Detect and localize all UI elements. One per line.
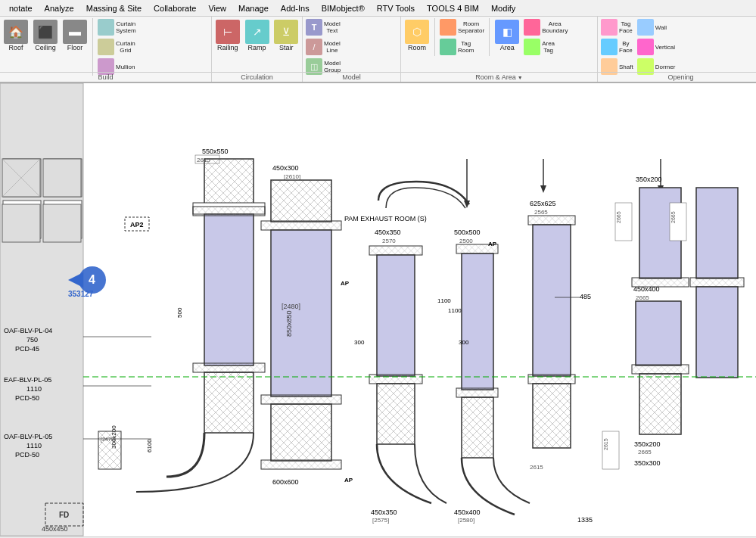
curtain-system-icon [98,19,114,36]
svg-text:500: 500 [176,307,183,318]
svg-text:300: 300 [459,339,469,346]
svg-text:[2580]: [2580] [458,517,474,524]
model-line-button[interactable]: / ModelLine [304,38,342,56]
svg-rect-83 [639,374,681,434]
menu-massing[interactable]: Massing & Site [80,2,148,14]
svg-rect-71 [528,375,575,384]
menu-collaborate[interactable]: Collaborate [148,2,202,14]
room-icon: ⬡ [405,20,429,44]
stair-icon: ⊻ [274,20,298,44]
area-boundary-button[interactable]: AreaBoundary [522,18,569,36]
wall-label: Wall [655,24,667,31]
svg-text:1110: 1110 [26,442,42,449]
svg-rect-34 [204,372,254,433]
svg-text:750: 750 [26,336,38,344]
room-button[interactable]: ⬡ Room [403,18,431,56]
svg-text:450x300: 450x300 [272,164,299,172]
svg-rect-42 [271,230,331,397]
svg-text:2665: 2665 [636,294,649,301]
ramp-icon: ↗ [245,20,269,44]
svg-text:1335: 1335 [577,516,593,524]
circulation-section: ⊢ Railing ↗ Ramp ⊻ Stair Circulation [212,17,303,82]
svg-text:AP: AP [341,280,350,287]
ceiling-button[interactable]: ⬛ Ceiling [31,18,60,76]
svg-rect-52 [377,255,415,376]
svg-rect-29 [204,159,254,204]
svg-text:1110: 1110 [26,385,42,393]
floor-label: Floor [67,45,83,52]
svg-rect-40 [271,180,331,222]
roof-button[interactable]: 🏠 Roof [2,18,30,76]
menu-notate[interactable]: notate [3,2,39,14]
tag-room-label: TagRoom [458,40,474,54]
svg-text:OAF-BLV-PL-05: OAF-BLV-PL-05 [4,433,52,440]
svg-text:450x400: 450x400 [454,508,481,516]
svg-rect-46 [271,404,331,461]
svg-rect-54 [377,384,415,444]
model-text-icon: T [306,19,322,36]
room-sep-label: RoomSeparator [458,20,484,34]
menu-manage[interactable]: Manage [232,2,275,14]
svg-text:EAF-BLV-PL-05: EAF-BLV-PL-05 [4,376,51,384]
svg-rect-31 [204,214,254,365]
wall-opening-button[interactable]: Wall [636,18,677,36]
menu-rtv[interactable]: RTV Tools [371,2,421,14]
svg-text:6100: 6100 [146,439,153,452]
stair-button[interactable]: ⊻ Stair [272,18,300,54]
canvas-area[interactable]: OAF-BLV-PL-04 750 PCD-45 EAF-BLV-PL-05 1… [0,83,756,536]
svg-rect-89 [696,287,738,378]
svg-rect-53 [369,375,422,384]
curtain-grid-icon [98,39,114,55]
room-area-section: ⬡ Room RoomSeparator TagRoom ◧ Area [401,17,598,82]
menu-bimobject[interactable]: BIMobject® [316,2,371,14]
by-face-icon [601,39,618,55]
svg-text:2615: 2615 [603,438,608,450]
railing-icon: ⊢ [216,20,240,44]
tag-room-button[interactable]: TagRoom [438,38,486,56]
floor-button[interactable]: ▬ Floor [61,18,89,76]
menu-analyze[interactable]: Analyze [39,2,80,14]
svg-text:300: 300 [354,339,365,346]
svg-text:PCD-45: PCD-45 [15,345,39,353]
vertical-button[interactable]: Vertical [636,38,677,56]
svg-text:[2575]: [2575] [372,517,389,524]
tag-face-icon [601,19,618,36]
area-tag-button[interactable]: AreaTag [522,38,569,56]
svg-rect-47 [261,460,341,469]
model-line-icon: / [306,39,322,55]
svg-text:AP: AP [344,477,353,484]
svg-text:485: 485 [580,293,591,300]
menu-addins[interactable]: Add-Ins [275,2,316,14]
ribbon-divider-1 [92,18,93,76]
svg-text:[2610]: [2610] [284,173,300,180]
duct-col-2: 450x300 [2610] 850x850 [2480] 600x600 [261,164,341,486]
svg-text:1100: 1100 [437,297,451,304]
vertical-label: Vertical [655,44,675,51]
tag-face-label: TagFace [619,20,633,34]
svg-rect-69 [528,216,575,225]
by-face-button[interactable]: ByFace [599,38,635,56]
room-sep-button[interactable]: RoomSeparator [438,18,486,36]
roof-icon: 🏠 [4,20,28,44]
svg-text:[2480]: [2480] [282,303,300,310]
area-button[interactable]: ◧ Area [493,18,521,56]
build-section-title: Build [0,72,211,81]
model-text-button[interactable]: T ModelText [304,18,342,36]
svg-text:550x550: 550x550 [202,148,229,155]
ramp-label: Ramp [248,45,266,52]
model-section-title: Model [303,72,400,81]
tag-face-button[interactable]: TagFace [599,18,635,36]
svg-rect-72 [533,384,571,448]
svg-rect-70 [533,225,571,376]
curtain-grid-button[interactable]: CurtainGrid [96,38,138,56]
ramp-button[interactable]: ↗ Ramp [243,18,272,54]
svg-rect-61 [456,388,498,397]
room-area-section-title[interactable]: Room & Area ▼ [401,72,597,81]
menu-modify[interactable]: Modify [485,2,521,14]
opening-section-title: Opening [598,72,756,81]
curtain-system-button[interactable]: CurtainSystem [96,18,138,36]
menu-tools4bim[interactable]: TOOLS 4 BIM [421,2,485,14]
build-section: 🏠 Roof ⬛ Ceiling ▬ Floor CurtainSystem [0,17,212,82]
railing-button[interactable]: ⊢ Railing [213,18,242,54]
menu-view[interactable]: View [202,2,232,14]
